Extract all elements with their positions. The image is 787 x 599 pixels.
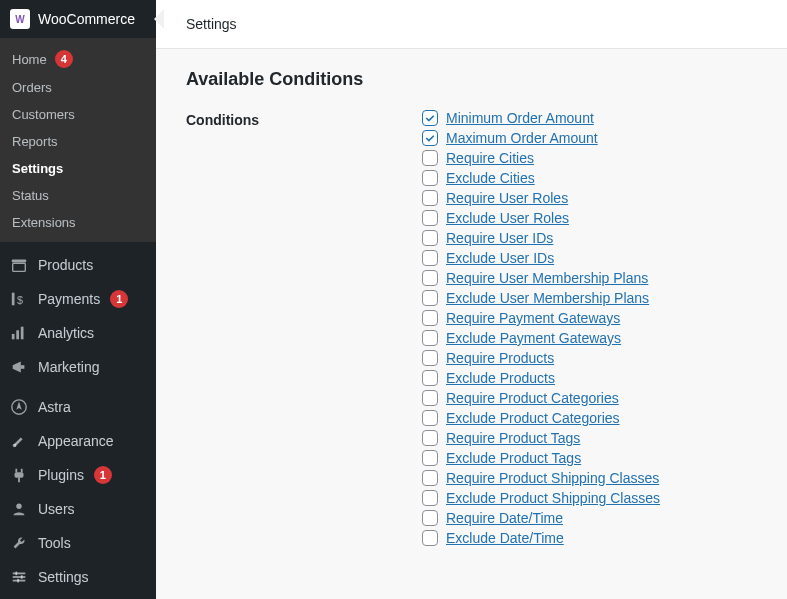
condition-link[interactable]: Require User Roles [446, 190, 568, 206]
condition-link[interactable]: Minimum Order Amount [446, 110, 594, 126]
svg-rect-6 [21, 327, 24, 340]
condition-checkbox[interactable] [422, 310, 438, 326]
condition-checkbox[interactable] [422, 250, 438, 266]
brand-title: WooCommerce [38, 11, 135, 27]
subnav-item-extensions[interactable]: Extensions [0, 209, 156, 236]
mainnav-item-label: Payments [38, 291, 100, 307]
mainnav-item-users[interactable]: Users [0, 492, 156, 526]
condition-checkbox[interactable] [422, 150, 438, 166]
condition-link[interactable]: Require Products [446, 350, 554, 366]
condition-link[interactable]: Exclude Product Tags [446, 450, 581, 466]
condition-item: Exclude Payment Gateways [422, 330, 660, 346]
condition-link[interactable]: Exclude Date/Time [446, 530, 564, 546]
mainnav-item-tools[interactable]: Tools [0, 526, 156, 560]
subnav-item-label: Home [12, 52, 47, 67]
subnav-item-label: Settings [12, 161, 63, 176]
condition-checkbox[interactable] [422, 330, 438, 346]
mainnav-item-marketing[interactable]: Marketing [0, 350, 156, 384]
condition-checkbox[interactable] [422, 390, 438, 406]
mainnav-item-plugins[interactable]: Plugins1 [0, 458, 156, 492]
svg-rect-4 [12, 334, 15, 339]
active-notch-icon [154, 9, 164, 29]
mainnav-item-label: Analytics [38, 325, 94, 341]
sliders-icon [10, 568, 28, 586]
condition-checkbox[interactable] [422, 470, 438, 486]
mainnav-item-payments[interactable]: $Payments1 [0, 282, 156, 316]
condition-item: Exclude Products [422, 370, 660, 386]
condition-link[interactable]: Require Product Categories [446, 390, 619, 406]
condition-checkbox[interactable] [422, 370, 438, 386]
condition-link[interactable]: Exclude User IDs [446, 250, 554, 266]
subnav-item-home[interactable]: Home4 [0, 44, 156, 74]
condition-link[interactable]: Require Payment Gateways [446, 310, 620, 326]
condition-item: Require Product Tags [422, 430, 660, 446]
condition-checkbox[interactable] [422, 230, 438, 246]
condition-checkbox[interactable] [422, 190, 438, 206]
condition-link[interactable]: Exclude Products [446, 370, 555, 386]
svg-rect-13 [13, 576, 26, 578]
condition-checkbox[interactable] [422, 410, 438, 426]
condition-checkbox[interactable] [422, 350, 438, 366]
condition-link[interactable]: Exclude Cities [446, 170, 535, 186]
svg-rect-10 [15, 472, 24, 477]
condition-link[interactable]: Exclude Payment Gateways [446, 330, 621, 346]
condition-checkbox[interactable] [422, 430, 438, 446]
condition-link[interactable]: Maximum Order Amount [446, 130, 598, 146]
condition-link[interactable]: Exclude User Roles [446, 210, 569, 226]
conditions-list: Minimum Order AmountMaximum Order Amount… [422, 110, 660, 546]
condition-item: Require Product Shipping Classes [422, 470, 660, 486]
mainnav-item-astra[interactable]: Astra [0, 390, 156, 424]
subnav-item-label: Extensions [12, 215, 76, 230]
mainnav-item-settings[interactable]: Settings [0, 560, 156, 594]
subnav-item-orders[interactable]: Orders [0, 74, 156, 101]
condition-link[interactable]: Exclude Product Categories [446, 410, 620, 426]
condition-checkbox[interactable] [422, 290, 438, 306]
condition-link[interactable]: Require Date/Time [446, 510, 563, 526]
condition-link[interactable]: Exclude Product Shipping Classes [446, 490, 660, 506]
subnav-item-label: Orders [12, 80, 52, 95]
brush-icon [10, 432, 28, 450]
dollar-icon: $ [10, 290, 28, 308]
condition-link[interactable]: Require User IDs [446, 230, 553, 246]
mainnav-item-appearance[interactable]: Appearance [0, 424, 156, 458]
condition-checkbox[interactable] [422, 270, 438, 286]
mainnav-item-analytics[interactable]: Analytics [0, 316, 156, 350]
mainnav-item-label: Plugins [38, 467, 84, 483]
condition-link[interactable]: Require User Membership Plans [446, 270, 648, 286]
svg-rect-16 [21, 575, 23, 579]
condition-link[interactable]: Require Product Tags [446, 430, 580, 446]
svg-point-9 [13, 444, 17, 448]
condition-checkbox[interactable] [422, 530, 438, 546]
condition-item: Exclude Date/Time [422, 530, 660, 546]
subnav-item-reports[interactable]: Reports [0, 128, 156, 155]
condition-checkbox[interactable] [422, 450, 438, 466]
mainnav-item-label: Appearance [38, 433, 114, 449]
condition-checkbox[interactable] [422, 110, 438, 126]
admin-sidebar: W WooCommerce Home4OrdersCustomersReport… [0, 0, 156, 599]
subnav-item-status[interactable]: Status [0, 182, 156, 209]
sidebar-brand-header[interactable]: W WooCommerce [0, 0, 156, 38]
condition-link[interactable]: Exclude User Membership Plans [446, 290, 649, 306]
subnav-item-customers[interactable]: Customers [0, 101, 156, 128]
svg-rect-1 [13, 263, 26, 271]
condition-checkbox[interactable] [422, 130, 438, 146]
condition-checkbox[interactable] [422, 490, 438, 506]
astra-icon [10, 398, 28, 416]
available-conditions-section: Available Conditions Conditions Minimum … [156, 49, 787, 566]
condition-item: Exclude User Roles [422, 210, 660, 226]
condition-checkbox[interactable] [422, 170, 438, 186]
subnav-item-settings[interactable]: Settings [0, 155, 156, 182]
condition-link[interactable]: Require Cities [446, 150, 534, 166]
condition-item: Require Date/Time [422, 510, 660, 526]
mainnav-item-label: Tools [38, 535, 71, 551]
condition-item: Exclude User Membership Plans [422, 290, 660, 306]
condition-checkbox[interactable] [422, 510, 438, 526]
woocommerce-logo-icon: W [10, 9, 30, 29]
mainnav-item-products[interactable]: Products [0, 248, 156, 282]
condition-link[interactable]: Require Product Shipping Classes [446, 470, 659, 486]
notification-badge: 1 [110, 290, 128, 308]
wrench-icon [10, 534, 28, 552]
condition-item: Require User IDs [422, 230, 660, 246]
condition-checkbox[interactable] [422, 210, 438, 226]
admin-main-menu: Products$Payments1AnalyticsMarketingAstr… [0, 242, 156, 599]
